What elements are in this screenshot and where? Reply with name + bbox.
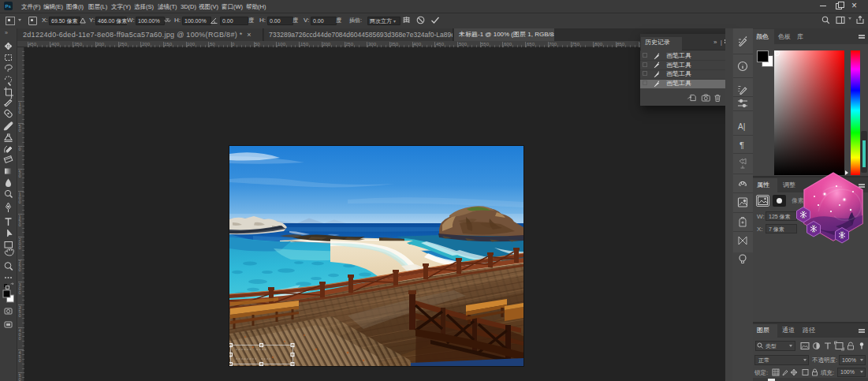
svg-text:A|: A| [738,122,745,131]
svg-text:¶: ¶ [739,140,744,150]
